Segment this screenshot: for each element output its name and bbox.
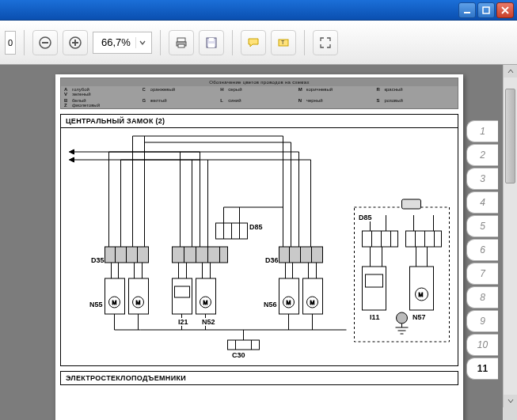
tab-9[interactable]: 9 (466, 310, 498, 332)
svg-rect-76 (303, 278, 323, 314)
svg-rect-89 (406, 231, 442, 247)
svg-rect-75 (279, 278, 299, 314)
svg-rect-12 (208, 44, 215, 47)
zoom-level-value: 66,7% (101, 36, 131, 48)
document-area: Обозначение цветов проводов на схемах Aг… (0, 65, 517, 420)
svg-text:M: M (310, 300, 315, 305)
svg-point-110 (397, 312, 408, 324)
svg-rect-41 (129, 278, 149, 314)
page-index-tabs: 1 2 3 4 5 6 7 8 9 10 11 (466, 120, 498, 380)
tab-10[interactable]: 10 (466, 334, 498, 356)
svg-rect-1 (483, 7, 489, 13)
svg-rect-119 (228, 340, 260, 350)
label-N52: N52 (202, 318, 215, 326)
label-I21: I21 (178, 318, 188, 326)
maximize-icon (481, 6, 491, 15)
svg-rect-99 (366, 274, 383, 287)
label-D36: D36 (265, 256, 279, 264)
svg-text:M: M (419, 292, 424, 297)
svg-rect-85 (363, 231, 398, 247)
svg-text:M: M (112, 300, 117, 305)
wire-color-legend: Обозначение цветов проводов на схемах Aг… (60, 78, 458, 109)
tab-11[interactable]: 11 (466, 358, 498, 380)
label-C30: C30 (232, 351, 245, 359)
scroll-down-button[interactable] (504, 395, 517, 407)
svg-rect-3 (42, 42, 48, 44)
svg-text:M: M (136, 300, 141, 305)
fullscreen-icon (318, 36, 333, 50)
close-icon (500, 6, 510, 15)
wiring-diagram: M M M (61, 128, 458, 365)
section-central-lock: ЦЕНТРАЛЬНЫЙ ЗАМОК (2) (60, 114, 458, 366)
vertical-scrollbar[interactable] (503, 65, 517, 407)
legend-row: Bбелый Gжелтый Lсиний Nчерный Sрозовый Z… (61, 97, 458, 108)
toolbar: 0 66,7% T (0, 21, 517, 65)
tab-7[interactable]: 7 (466, 263, 498, 285)
section-power-windows: ЭЛЕКТРОСТЕКЛОПОДЪЕМНИКИ (60, 371, 458, 385)
toolbar-separator (24, 30, 25, 55)
zoom-dropdown-icon[interactable] (135, 37, 146, 48)
label-D85: D85 (249, 223, 263, 231)
scroll-thumb[interactable] (505, 89, 515, 184)
label-D85b: D85 (359, 214, 372, 221)
highlight-icon: T (276, 36, 291, 50)
svg-rect-6 (74, 40, 76, 46)
minimize-button[interactable] (458, 2, 476, 18)
scroll-up-button[interactable] (504, 65, 517, 78)
save-icon (204, 36, 219, 50)
svg-rect-56 (196, 278, 216, 314)
toolbar-separator (232, 30, 233, 55)
label-N55: N55 (89, 301, 103, 308)
save-button[interactable] (199, 30, 224, 55)
label-N57: N57 (412, 313, 426, 321)
toolbar-separator (160, 30, 161, 55)
toolbar-separator (304, 30, 305, 55)
tab-4[interactable]: 4 (466, 191, 498, 214)
speech-bubble-icon (246, 36, 260, 50)
svg-rect-55 (173, 278, 192, 314)
section-title: ЭЛЕКТРОСТЕКЛОПОДЪЕМНИКИ (61, 372, 458, 384)
zoom-level-field[interactable]: 66,7% (93, 32, 152, 54)
diagram-svg: M M M (61, 128, 458, 365)
section-title: ЦЕНТРАЛЬНЫЙ ЗАМОК (2) (61, 115, 458, 128)
label-D35: D35 (91, 256, 105, 264)
tab-8[interactable]: 8 (466, 286, 498, 308)
print-button[interactable] (169, 30, 194, 55)
svg-rect-123 (402, 199, 421, 209)
label-N56: N56 (264, 301, 277, 308)
tab-5[interactable]: 5 (466, 215, 498, 237)
svg-rect-97 (363, 267, 386, 310)
close-button[interactable] (496, 2, 514, 18)
svg-text:T: T (281, 40, 285, 45)
legend-row: Aголубой Cоранжевый Hсерый Mкоричневый R… (61, 86, 458, 97)
svg-text:M: M (203, 300, 208, 305)
tab-2[interactable]: 2 (466, 144, 498, 166)
zoom-in-icon (68, 36, 82, 50)
minimize-icon (462, 6, 472, 15)
chevron-down-icon (139, 40, 146, 46)
zoom-out-icon (38, 36, 52, 50)
chevron-up-icon (507, 68, 514, 74)
print-icon (174, 36, 188, 50)
svg-rect-0 (464, 12, 470, 13)
fullscreen-button[interactable] (313, 30, 338, 55)
tab-1[interactable]: 1 (466, 120, 498, 142)
tab-6[interactable]: 6 (466, 239, 498, 261)
svg-rect-11 (209, 38, 214, 41)
document-viewport[interactable]: Обозначение цветов проводов на схемах Aг… (0, 65, 517, 420)
svg-rect-7 (177, 38, 185, 42)
zoom-out-button[interactable] (32, 30, 58, 55)
label-I11: I11 (370, 313, 380, 321)
window-titlebar (0, 0, 517, 21)
comment-button[interactable] (241, 30, 266, 55)
svg-rect-9 (178, 44, 184, 47)
svg-text:M: M (287, 300, 291, 305)
tab-3[interactable]: 3 (466, 168, 498, 190)
svg-rect-40 (105, 278, 125, 314)
highlight-button[interactable]: T (271, 30, 296, 55)
svg-rect-59 (175, 286, 190, 297)
pdf-page: Обозначение цветов проводов на схемах Aг… (55, 74, 463, 420)
maximize-button[interactable] (477, 2, 495, 18)
zoom-in-button[interactable] (63, 30, 88, 55)
page-number-field[interactable]: 0 (5, 31, 16, 55)
